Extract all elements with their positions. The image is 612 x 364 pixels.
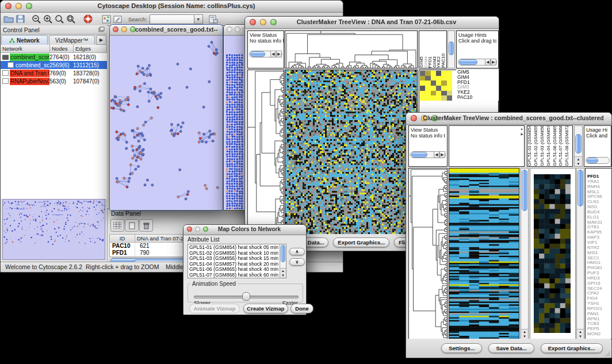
column-label[interactable]: GPL51-08 (GSM872) — [565, 125, 571, 166]
scroll-right-icon[interactable]: ▶ — [521, 132, 523, 136]
scroll-thumb[interactable] — [250, 51, 265, 57]
zoom-fit-icon[interactable] — [53, 14, 65, 24]
close-button[interactable] — [187, 227, 192, 232]
detail-heatmap-canvas[interactable] — [534, 174, 571, 333]
scroll-thumb[interactable] — [411, 152, 427, 158]
delete-attribute-icon[interactable] — [139, 219, 153, 232]
scroll-thumb[interactable] — [587, 158, 598, 163]
list-scroll-arrows[interactable]: ▲ ▼ — [280, 268, 286, 278]
network-table-row[interactable]: combined_sco 2569(6) 13112(15) — [1, 61, 107, 69]
column-dendrogram-panel[interactable] — [285, 30, 418, 68]
treeview2-action-button[interactable]: Settings... — [441, 343, 482, 353]
list-vscrollbar[interactable]: ▲ ▼ — [280, 244, 286, 278]
network-table-row[interactable]: combined_scores 2764(0) 16218(0) — [1, 53, 107, 61]
treeview1-action-button[interactable]: Export Graphics... — [333, 237, 389, 247]
treeview2-action-button[interactable]: Save Data... — [488, 343, 534, 353]
usage-hints-scrollbar[interactable]: ◀ ▶ — [458, 59, 497, 66]
scroll-up-icon[interactable]: ▲ — [575, 157, 582, 162]
network-table-row[interactable]: RNAPuberNov2+ 563(0) 107847(0) — [1, 77, 107, 85]
scroll-right-icon[interactable]: ▶ — [491, 59, 496, 66]
zoom-in-icon[interactable] — [42, 14, 53, 24]
heatmap-strip-panel[interactable] — [449, 168, 519, 339]
open-file-icon[interactable] — [3, 14, 14, 24]
save-icon[interactable] — [14, 14, 26, 24]
scroll-thumb[interactable] — [459, 59, 477, 65]
detail-vscrollbar[interactable]: ▲ ▼ — [576, 168, 584, 339]
tab-vizmapper[interactable]: VizMapper™ — [49, 35, 95, 45]
treeview1-titlebar[interactable]: ClusterMaker TreeView : DNA and Tran 07-… — [245, 17, 499, 29]
close-button[interactable] — [113, 26, 118, 32]
network-canvas-area[interactable] — [110, 36, 222, 209]
resize-grip-icon[interactable] — [604, 350, 611, 357]
view-status-scrollbar[interactable]: ◀ ▶ — [249, 51, 282, 58]
labels-vscrollbar[interactable]: ▲ ▼ — [574, 125, 583, 167]
float-panel-icon[interactable] — [98, 26, 105, 33]
correlation-matrix[interactable] — [420, 71, 452, 101]
heatmap-strip-canvas[interactable] — [449, 168, 519, 339]
close-button[interactable] — [227, 26, 232, 32]
column-label[interactable]: PAC10 — [441, 53, 446, 68]
table-view-icon[interactable] — [110, 219, 124, 232]
strip-vscrollbar[interactable]: ▲ ▼ — [521, 168, 529, 339]
attribute-item[interactable]: GPL51-07 (GSM868) heat shock 60 min — [188, 273, 286, 278]
move-up-button[interactable]: ∧ — [289, 248, 305, 255]
birdseye-canvas[interactable] — [3, 200, 105, 259]
scroll-down-icon[interactable]: ▼ — [577, 334, 584, 339]
scroll-down-icon[interactable]: ▼ — [575, 162, 582, 166]
birdseye-view[interactable] — [2, 199, 105, 260]
scroll-thumb[interactable] — [449, 41, 454, 55]
treeview2-titlebar[interactable]: ClusterMaker TreeView : combined_scores_… — [406, 113, 611, 125]
scroll-arrows[interactable]: ▲ ▼ — [575, 156, 582, 166]
attribute-listbox[interactable]: GPL51-01 (GSM854) heat shock 05 minGPL51… — [188, 244, 286, 278]
scroll-down-icon[interactable]: ▼ — [521, 334, 528, 339]
usage-hints-scrollbar[interactable] — [586, 157, 610, 164]
treeview1-vscrollbar[interactable] — [447, 30, 455, 68]
network-graph-canvas[interactable] — [110, 36, 222, 209]
heatmap-panel[interactable] — [285, 70, 418, 236]
tab-overflow-icon[interactable]: ▶ — [96, 35, 106, 45]
network-table-row[interactable]: DNA and Tran 07 769(0) 183728(0) — [1, 69, 107, 77]
scroll-left-icon[interactable]: ◀ — [270, 51, 276, 58]
column-dendrogram-canvas[interactable] — [285, 31, 417, 68]
vizmap-icon[interactable] — [101, 14, 112, 24]
column-label[interactable]: GPL51-04 (GSM857) — [546, 125, 553, 166]
minimize-button[interactable] — [235, 26, 240, 32]
heatmap-canvas[interactable] — [285, 70, 417, 235]
scroll-thumb[interactable] — [575, 134, 582, 154]
row-dendrogram-panel[interactable] — [247, 70, 284, 236]
close-button[interactable] — [5, 3, 12, 9]
search-dropdown-icon[interactable]: ▼ — [194, 14, 203, 24]
zoom-selected-icon[interactable] — [65, 14, 76, 24]
main-titlebar[interactable]: Cytoscape Desktop (Session Name: collins… — [1, 1, 343, 13]
row-dendrogram-canvas[interactable] — [409, 168, 447, 339]
create-vizmap-button[interactable]: Create Vizmap — [243, 304, 288, 313]
scroll-up-icon[interactable]: ▲ — [577, 329, 584, 334]
attr-col-id[interactable]: ID — [110, 235, 135, 242]
view-status-scrollbar[interactable]: ◀ ▶ — [410, 151, 446, 158]
dense-network-canvas[interactable] — [226, 54, 246, 209]
new-attribute-icon[interactable] — [125, 219, 139, 232]
speed-slider-thumb[interactable] — [242, 292, 250, 301]
done-button[interactable]: Done — [290, 304, 313, 313]
help-lifering-icon[interactable] — [82, 14, 94, 24]
dialog-titlebar[interactable]: Map Colors to Network — [183, 225, 306, 235]
zoom-out-icon[interactable] — [30, 14, 42, 24]
column-dendrogram-panel[interactable]: ▲ ▶ — [449, 125, 525, 167]
attribute-browser-icon[interactable] — [208, 14, 219, 24]
animate-vizmap-button[interactable]: Animate Vizmap — [189, 304, 240, 313]
gene-label[interactable]: MON2 — [586, 332, 611, 337]
scroll-thumb[interactable] — [577, 170, 583, 206]
scroll-left-icon[interactable]: ◀ — [434, 151, 439, 158]
move-down-button[interactable]: ∨ — [289, 258, 305, 266]
scroll-right-icon[interactable]: ▶ — [276, 51, 282, 58]
scroll-down-icon[interactable]: ▼ — [280, 273, 286, 278]
minimize-button[interactable] — [121, 26, 127, 32]
annotation-icon[interactable] — [112, 14, 124, 24]
row-dendrogram-canvas[interactable] — [248, 70, 284, 235]
detail-view-panel[interactable] — [530, 168, 576, 339]
scroll-arrows[interactable]: ▲ ▼ — [577, 329, 584, 339]
close-button[interactable] — [250, 19, 256, 25]
row-dendrogram-panel[interactable] — [408, 168, 447, 339]
close-button[interactable] — [411, 115, 417, 121]
scroll-arrows[interactable]: ▲ ▼ — [521, 329, 528, 339]
